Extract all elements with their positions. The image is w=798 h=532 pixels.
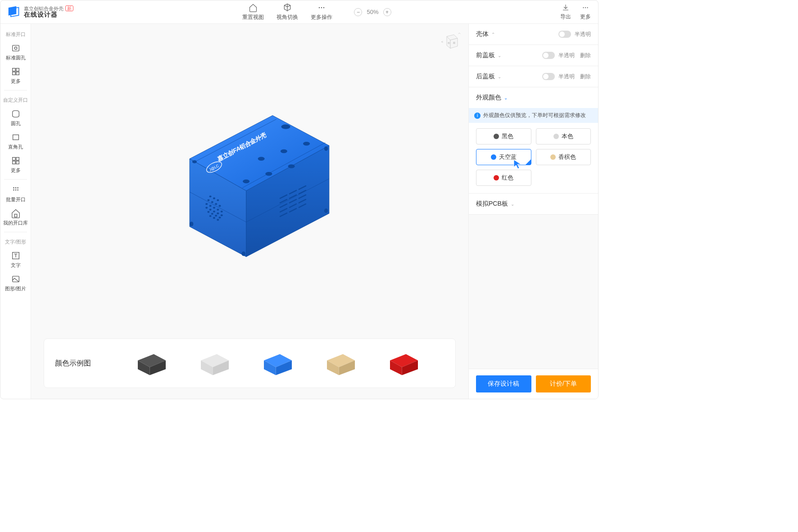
sidebar-section-title: 文字/图形	[0, 235, 31, 248]
svg-point-54	[209, 205, 211, 207]
color-sky-blue[interactable]: 天空蓝	[476, 149, 531, 165]
delete-button[interactable]: 删除	[580, 52, 591, 59]
translucent-toggle[interactable]	[542, 52, 555, 59]
svg-point-38	[288, 164, 295, 168]
svg-point-19	[13, 187, 14, 189]
library-icon	[11, 208, 21, 218]
svg-point-44	[324, 208, 327, 213]
svg-rect-8	[12, 45, 19, 51]
reset-view-button[interactable]: 重置视图	[242, 3, 264, 21]
svg-point-61	[217, 212, 219, 214]
sidebar-my-library[interactable]: 我的开口库	[0, 206, 31, 229]
svg-text:前: 前	[453, 41, 455, 44]
more-button[interactable]: 更多	[580, 4, 591, 21]
section-color[interactable]: 外观颜色⌄	[469, 87, 598, 108]
properties-panel: 壳体⌃ 半透明 前盖板⌄ 半透明 删除 后盖板⌄	[468, 24, 598, 399]
svg-point-7	[587, 7, 588, 8]
sidebar-circle-hole[interactable]: 圆孔	[0, 106, 31, 130]
svg-rect-15	[12, 158, 15, 160]
color-red[interactable]: 红色	[476, 170, 531, 186]
svg-rect-11	[16, 68, 18, 71]
svg-rect-12	[12, 72, 15, 75]
svg-point-42	[190, 221, 193, 226]
svg-point-65	[215, 215, 217, 216]
svg-point-55	[213, 207, 215, 208]
translucent-toggle[interactable]	[542, 73, 555, 80]
section-pcb[interactable]: 模拟PCB板⌄	[469, 194, 598, 214]
svg-text:右: 右	[448, 42, 450, 44]
sidebar-more-1[interactable]: 更多	[0, 64, 31, 87]
svg-point-41	[192, 160, 196, 163]
canvas[interactable]: 前 右	[31, 24, 468, 399]
thumb-champagne[interactable]	[321, 349, 361, 377]
svg-point-9	[14, 47, 17, 50]
svg-point-46	[209, 195, 211, 197]
svg-rect-16	[16, 158, 18, 160]
cube-icon	[283, 3, 292, 12]
svg-point-3	[321, 7, 322, 8]
sidebar-image[interactable]: 图形/图片	[0, 271, 31, 295]
logo-subtitle: 在线设计器	[24, 11, 73, 18]
order-button[interactable]: 计价/下单	[536, 375, 591, 392]
save-button[interactable]: 保存设计稿	[476, 375, 531, 392]
svg-point-50	[211, 201, 213, 203]
3d-enclosure[interactable]: 嘉立创FA铝合金外壳 J@LC	[155, 100, 345, 262]
translucent-toggle[interactable]	[558, 31, 571, 38]
color-info: i 外观颜色仅供预览，下单时可根据需求修改	[469, 108, 598, 123]
color-champagne[interactable]: 香槟色	[536, 149, 591, 165]
svg-rect-17	[12, 161, 15, 164]
nav-cube[interactable]: 前 右	[440, 31, 461, 53]
logo: 嘉立创铝合金外壳新 在线设计器	[8, 5, 73, 18]
badge-new: 新	[65, 5, 73, 11]
delete-button[interactable]: 删除	[580, 73, 591, 81]
svg-point-35	[303, 142, 310, 145]
thumb-black[interactable]	[131, 349, 172, 377]
export-button[interactable]: 导出	[560, 4, 571, 21]
svg-point-47	[213, 197, 215, 199]
svg-point-53	[205, 203, 208, 205]
svg-point-56	[217, 208, 219, 210]
logo-icon	[8, 5, 20, 18]
svg-point-24	[17, 189, 18, 191]
rect-icon	[11, 132, 21, 142]
left-sidebar: 标准开口 标准圆孔 更多 自定义开口 圆孔 直角孔 更多 批量开口 我的开口库 …	[0, 24, 31, 399]
svg-point-2	[319, 7, 320, 8]
sidebar-section-title: 自定义开口	[0, 93, 31, 106]
color-natural[interactable]: 本色	[536, 128, 591, 144]
svg-point-45	[324, 146, 327, 151]
download-icon	[562, 4, 570, 12]
dots-grid-icon	[11, 185, 21, 195]
zoom-out-button[interactable]: −	[354, 8, 362, 16]
section-back-cover[interactable]: 后盖板⌄ 半透明 删除	[469, 66, 598, 87]
section-front-cover[interactable]: 前盖板⌄ 半透明 删除	[469, 45, 598, 66]
sidebar-text[interactable]: 文字	[0, 248, 31, 271]
sidebar-standard-circle[interactable]: 标准圆孔	[0, 41, 31, 64]
svg-point-52	[218, 205, 221, 207]
section-shell[interactable]: 壳体⌃ 半透明	[469, 24, 598, 45]
svg-point-22	[13, 189, 14, 191]
svg-point-33	[258, 157, 264, 160]
thumb-blue[interactable]	[258, 349, 298, 377]
svg-rect-13	[16, 72, 18, 75]
svg-point-21	[17, 187, 18, 189]
svg-point-60	[213, 210, 215, 212]
svg-rect-18	[16, 161, 18, 164]
svg-point-51	[215, 203, 217, 205]
svg-point-34	[280, 149, 287, 153]
color-black[interactable]: 黑色	[476, 128, 531, 144]
sidebar-rect-hole[interactable]: 直角孔	[0, 130, 31, 153]
sidebar-section-title: 标准开口	[0, 27, 31, 41]
sidebar-more-2[interactable]: 更多	[0, 153, 31, 176]
svg-point-23	[15, 189, 16, 191]
thumb-red[interactable]	[384, 349, 424, 377]
more-actions-button[interactable]: 更多操作	[311, 3, 332, 21]
thumb-natural[interactable]	[195, 349, 235, 377]
svg-point-69	[217, 219, 219, 221]
zoom-in-button[interactable]: +	[383, 8, 391, 16]
svg-point-68	[213, 217, 215, 219]
image-icon	[11, 274, 21, 284]
sidebar-batch-hole[interactable]: 批量开口	[0, 182, 31, 206]
view-switch-button[interactable]: 视角切换	[277, 3, 298, 21]
svg-point-49	[207, 199, 209, 201]
text-icon	[11, 251, 21, 261]
